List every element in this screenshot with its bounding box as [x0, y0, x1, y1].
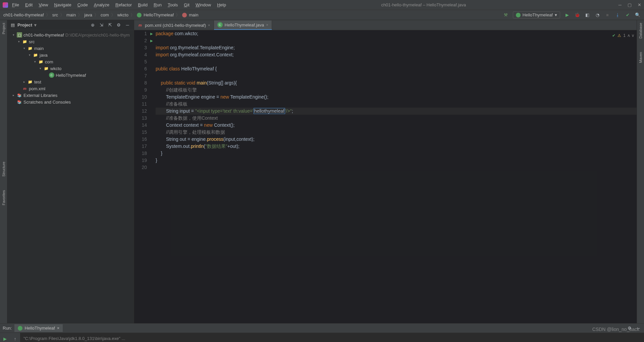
run-tool-window: Run: HelloThymeleaf × ⚙ ─ ▶ 🔧 ■ ⏏ ▤ 🗑 » … — [0, 323, 644, 342]
run-tab[interactable]: HelloThymeleaf × — [14, 324, 63, 332]
git-update-icon[interactable]: ⭳ — [614, 12, 621, 18]
right-tool-stripe: Database Maven — [637, 20, 644, 323]
debug-icon[interactable]: 🐞 — [574, 12, 580, 18]
breadcrumb-item[interactable]: main — [189, 12, 198, 17]
src-icon: 📁 — [33, 52, 38, 58]
dir-icon: 📁 — [22, 39, 28, 44]
expand-all-icon[interactable]: ⇲ — [98, 22, 104, 28]
mod-icon: ▢ — [17, 32, 22, 38]
code-content[interactable]: package com.wkcto; import org.thymeleaf.… — [156, 30, 637, 323]
settings-gear-icon[interactable]: ⚙ — [116, 22, 122, 28]
lib-icon: 📚 — [17, 93, 22, 98]
hide-icon[interactable]: ─ — [124, 22, 130, 28]
locate-icon[interactable]: ⊕ — [90, 22, 96, 28]
window-title: ch01-hello-thymeleaf – HelloThymeleaf.ja… — [230, 2, 617, 7]
tool-tab-database[interactable]: Database — [639, 23, 643, 39]
class-icon — [516, 13, 521, 17]
class-icon — [18, 326, 22, 331]
chevron-up-icon[interactable]: ʌ — [628, 32, 630, 39]
tree-node[interactable]: ▾📁 main — [7, 45, 134, 52]
menu-analyze[interactable]: Analyze — [91, 1, 112, 9]
menu-code[interactable]: Code — [75, 1, 91, 9]
editor-tab[interactable]: CHelloThymeleaf.java× — [214, 20, 272, 30]
settings-gear-icon[interactable]: ⚙ — [627, 325, 633, 331]
inspection-widget[interactable]: ✔ ⚠1 ʌ v — [612, 32, 634, 39]
tool-tab-structure[interactable]: Structure — [2, 162, 6, 177]
run-panel-title: Run: — [3, 326, 12, 331]
src-icon: 📁 — [28, 46, 33, 51]
menu-help[interactable]: Help — [214, 1, 229, 9]
breadcrumb-item[interactable]: ch01-hello-thymeleaf — [3, 12, 44, 17]
rerun-icon[interactable]: ▶ — [2, 336, 8, 342]
close-icon[interactable]: × — [266, 23, 268, 27]
project-panel-title[interactable]: Project ▾ — [17, 22, 37, 27]
menu-window[interactable]: Window — [193, 1, 214, 9]
git-commit-icon[interactable]: ✔ — [625, 12, 631, 18]
menu-refactor[interactable]: Refactor — [113, 1, 135, 9]
tree-node[interactable]: C HelloThymeleaf — [7, 72, 134, 78]
app-logo-icon — [3, 2, 8, 8]
lib-icon: 📚 — [17, 99, 22, 105]
maven-icon: m — [22, 86, 28, 91]
tree-node[interactable]: ▾📁 java — [7, 52, 134, 58]
menu-view[interactable]: View — [36, 1, 51, 9]
maximize-icon[interactable]: ▢ — [628, 2, 632, 7]
tree-node[interactable]: m pom.xml — [7, 85, 134, 92]
breadcrumb-item[interactable]: java — [84, 12, 92, 17]
tree-node[interactable]: ▾▢ ch01-hello-thymeleaf D:\IDEA\projects… — [7, 32, 134, 38]
breadcrumb-item[interactable]: com — [101, 12, 109, 17]
editor: mpom.xml (ch01-hello-thymeleaf)×CHelloTh… — [134, 20, 637, 323]
console-output[interactable]: "C:\Program Files\Java\jdk1.8.0_131\bin\… — [20, 333, 644, 342]
window-controls: ─ ▢ ✕ — [619, 2, 641, 7]
menu-file[interactable]: File — [9, 1, 22, 9]
breadcrumb-item[interactable]: HelloThymeleaf — [144, 12, 174, 17]
pkg-icon: 📁 — [44, 66, 49, 71]
collapse-all-icon[interactable]: ⇱ — [107, 22, 113, 28]
coverage-icon[interactable]: ◧ — [584, 12, 590, 18]
tool-tab-project[interactable]: Project — [2, 23, 6, 34]
project-tree[interactable]: ▾▢ ch01-hello-thymeleaf D:\IDEA\projects… — [7, 30, 134, 323]
menu-build[interactable]: Build — [135, 1, 150, 9]
tree-node[interactable]: ▾📁 src — [7, 38, 134, 45]
maven-icon: m — [138, 22, 143, 28]
tree-node[interactable]: 📚 Scratches and Consoles — [7, 99, 134, 105]
close-icon[interactable]: × — [57, 326, 60, 331]
breadcrumb-item[interactable]: main — [66, 12, 76, 17]
titlebar: FileEditViewNavigateCodeAnalyzeRefactorB… — [0, 0, 644, 10]
run-config-selector[interactable]: HelloThymeleaf ▾ — [513, 11, 560, 18]
menu-tools[interactable]: Tools — [165, 1, 180, 9]
minimize-icon[interactable]: ─ — [619, 2, 622, 7]
menu-run[interactable]: Run — [151, 1, 164, 9]
up-icon[interactable]: ↑ — [12, 336, 18, 342]
editor-tab[interactable]: mpom.xml (ch01-hello-thymeleaf)× — [134, 20, 214, 30]
menu-navigate[interactable]: Navigate — [51, 1, 74, 9]
run-toolbar-primary: ▶ 🔧 ■ ⏏ ▤ 🗑 » — [0, 333, 10, 342]
chevron-down-icon[interactable]: v — [632, 32, 634, 39]
left-tool-stripe: Project Structure Favorites — [0, 20, 7, 323]
tree-node[interactable]: ▾📁 wkcto — [7, 65, 134, 72]
tree-node[interactable]: ▸📁 test — [7, 78, 134, 85]
breadcrumb-item[interactable]: wkcto — [117, 12, 128, 17]
tool-tab-favorites[interactable]: Favorites — [2, 190, 6, 205]
close-icon[interactable]: × — [208, 23, 210, 27]
tool-tab-maven[interactable]: Maven — [639, 52, 643, 63]
tree-node[interactable]: ▸📚 External Libraries — [7, 92, 134, 99]
class-icon: C — [217, 22, 223, 27]
tree-node[interactable]: ▾📁 com — [7, 58, 134, 65]
breadcrumb-item[interactable]: src — [52, 12, 58, 17]
menu-git[interactable]: Git — [181, 1, 192, 9]
hide-icon[interactable]: ─ — [635, 325, 641, 331]
project-view-icon: ▤ — [11, 22, 15, 27]
editor-tabs: mpom.xml (ch01-hello-thymeleaf)×CHelloTh… — [134, 20, 637, 30]
run-icon[interactable]: ▶ — [564, 12, 570, 18]
navigation-bar: ch01-hello-thymeleaf〉src〉main〉java〉com〉w… — [0, 10, 644, 20]
dir-icon: 📁 — [28, 79, 33, 84]
close-icon[interactable]: ✕ — [638, 2, 641, 7]
stop-icon[interactable]: ■ — [604, 12, 610, 18]
gutter-run-marks[interactable]: ▶▶ — [150, 30, 156, 323]
menu-edit[interactable]: Edit — [22, 1, 35, 9]
build-hammer-icon[interactable]: ⚒ — [503, 12, 509, 18]
profile-icon[interactable]: ◔ — [594, 12, 600, 18]
search-icon[interactable]: 🔍 — [635, 12, 641, 18]
line-number-gutter: 1234567891011121314151617181920 — [134, 30, 150, 323]
